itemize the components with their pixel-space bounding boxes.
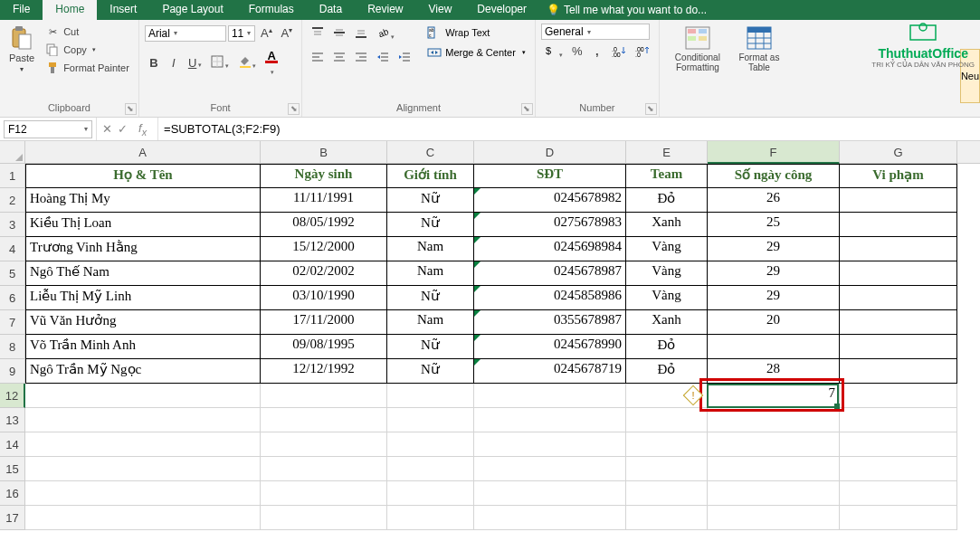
empty-cell[interactable]	[840, 457, 957, 481]
data-cell[interactable]: 0245678990	[474, 335, 626, 359]
empty-cell[interactable]	[261, 408, 387, 432]
col-header-B[interactable]: B	[261, 141, 387, 164]
data-cell[interactable]: 0245698984	[474, 237, 626, 261]
row-header-15[interactable]: 15	[0, 457, 25, 481]
data-cell[interactable]: Kiều Thị Loan	[25, 213, 261, 237]
tab-view[interactable]: View	[416, 0, 465, 20]
data-cell[interactable]: Vàng	[626, 237, 708, 261]
data-cell[interactable]: Vũ Văn Hưởng	[25, 310, 261, 335]
data-cell[interactable]: Trương Vinh Hằng	[25, 237, 261, 261]
empty-cell[interactable]	[387, 408, 474, 432]
data-cell[interactable]: 0275678983	[474, 213, 626, 237]
row-header-9[interactable]: 9	[0, 359, 25, 384]
empty-cell[interactable]	[840, 384, 957, 408]
data-cell[interactable]: 03/10/1990	[261, 286, 387, 310]
align-center-button[interactable]	[329, 48, 349, 69]
empty-cell[interactable]	[261, 432, 387, 457]
decrease-font-button[interactable]: A▾	[278, 24, 297, 43]
data-cell[interactable]: 08/05/1992	[261, 213, 387, 237]
empty-cell[interactable]	[626, 481, 708, 506]
data-cell[interactable]: Võ Trần Minh Anh	[25, 335, 261, 359]
data-cell[interactable]: 09/08/1995	[261, 335, 387, 359]
empty-cell[interactable]	[387, 384, 474, 408]
data-cell[interactable]: 0245678719	[474, 359, 626, 384]
data-cell[interactable]: 29	[708, 261, 840, 286]
empty-cell[interactable]	[708, 432, 840, 457]
header-cell[interactable]: Giới tính	[387, 164, 474, 188]
tell-me[interactable]: 💡 Tell me what you want to do...	[539, 0, 714, 20]
data-cell[interactable]: Xanh	[626, 213, 708, 237]
col-header-A[interactable]: A	[25, 141, 261, 164]
row-header-3[interactable]: 3	[0, 213, 25, 237]
data-cell[interactable]	[708, 335, 840, 359]
empty-cell[interactable]	[708, 506, 840, 530]
tab-developer[interactable]: Developer	[464, 0, 539, 20]
tab-home[interactable]: Home	[43, 0, 97, 20]
empty-cell[interactable]	[25, 408, 261, 432]
empty-cell[interactable]	[25, 432, 261, 457]
font-size-combo[interactable]: 11▾	[228, 25, 255, 42]
copy-button[interactable]: Copy▾	[42, 42, 133, 58]
empty-cell[interactable]	[25, 384, 261, 408]
tab-insert[interactable]: Insert	[97, 0, 149, 20]
row-header-14[interactable]: 14	[0, 432, 25, 457]
empty-cell[interactable]	[840, 506, 957, 530]
data-cell[interactable]: 29	[708, 237, 840, 261]
alignment-launcher[interactable]: ⬊	[521, 103, 533, 115]
data-cell[interactable]: Nữ	[387, 188, 474, 213]
empty-cell[interactable]	[474, 457, 626, 481]
empty-cell[interactable]	[840, 432, 957, 457]
italic-button[interactable]: I	[165, 53, 183, 72]
align-left-button[interactable]	[308, 48, 328, 69]
empty-cell[interactable]	[387, 432, 474, 457]
data-cell[interactable]: Liễu Thị Mỹ Linh	[25, 286, 261, 310]
empty-cell[interactable]	[708, 408, 840, 432]
row-header-2[interactable]: 2	[0, 188, 25, 213]
select-all-button[interactable]	[0, 141, 25, 164]
col-header-G[interactable]: G	[840, 141, 957, 164]
data-cell[interactable]	[840, 286, 957, 310]
data-cell[interactable]: Nam	[387, 261, 474, 286]
empty-cell[interactable]	[474, 384, 626, 408]
data-cell[interactable]	[840, 359, 957, 384]
decrease-decimal-button[interactable]: .00.0	[632, 42, 653, 62]
row-header-16[interactable]: 16	[0, 481, 25, 506]
data-cell[interactable]: 25	[708, 213, 840, 237]
empty-cell[interactable]	[626, 432, 708, 457]
data-cell[interactable]	[840, 188, 957, 213]
empty-cell[interactable]	[261, 506, 387, 530]
empty-cell[interactable]	[708, 481, 840, 506]
empty-cell[interactable]	[474, 432, 626, 457]
data-cell[interactable]: Nữ	[387, 213, 474, 237]
align-middle-button[interactable]	[329, 24, 349, 44]
align-bottom-button[interactable]	[351, 24, 371, 44]
data-cell[interactable]: Vàng	[626, 286, 708, 310]
data-cell[interactable]	[840, 335, 957, 359]
paste-button[interactable]: Paste ▾	[5, 24, 38, 75]
row-header-5[interactable]: 5	[0, 261, 25, 286]
empty-cell[interactable]	[261, 457, 387, 481]
col-header-C[interactable]: C	[387, 141, 474, 164]
data-cell[interactable]: 15/12/2000	[261, 237, 387, 261]
empty-cell[interactable]	[626, 408, 708, 432]
cancel-formula-button[interactable]: ✕	[102, 122, 112, 136]
row-header-4[interactable]: 4	[0, 237, 25, 261]
align-right-button[interactable]	[351, 48, 371, 69]
data-cell[interactable]: 0355678987	[474, 310, 626, 335]
name-box[interactable]: F12▾	[4, 120, 92, 138]
empty-cell[interactable]	[626, 457, 708, 481]
row-header-8[interactable]: 8	[0, 335, 25, 359]
data-cell[interactable]: Nam	[387, 237, 474, 261]
percent-button[interactable]: %	[568, 42, 586, 62]
col-header-E[interactable]: E	[626, 141, 708, 164]
increase-font-button[interactable]: A▴	[257, 24, 276, 43]
empty-cell[interactable]	[25, 506, 261, 530]
accounting-format-button[interactable]: $	[541, 42, 566, 62]
data-cell[interactable]: 28	[708, 359, 840, 384]
fill-color-button[interactable]	[234, 52, 260, 73]
empty-cell[interactable]	[840, 481, 957, 506]
data-cell[interactable]	[840, 213, 957, 237]
row-header-12[interactable]: 12	[0, 384, 25, 408]
tab-review[interactable]: Review	[355, 0, 415, 20]
font-name-combo[interactable]: Arial▾	[145, 25, 226, 42]
